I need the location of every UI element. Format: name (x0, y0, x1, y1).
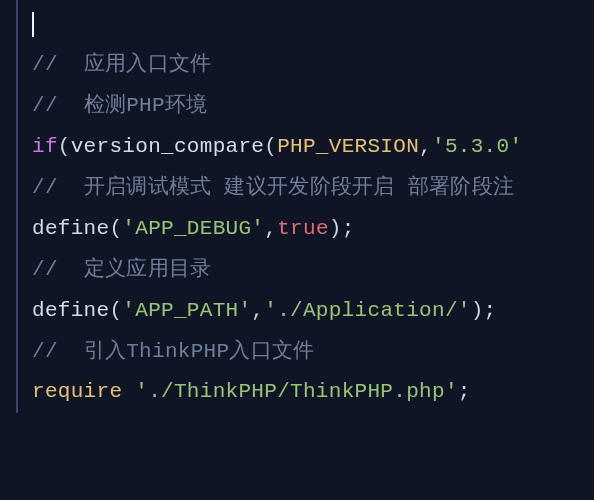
code-line-require: require './ThinkPHP/ThinkPHP.php'; (32, 372, 594, 413)
punct-token: , (251, 299, 264, 322)
code-line-comment: // 检测PHP环境 (32, 86, 594, 127)
string-token: 'APP_PATH' (122, 299, 251, 322)
keyword-token: if (32, 135, 58, 158)
code-line-comment: // 引入ThinkPHP入口文件 (32, 332, 594, 373)
comment-token: // 定义应用目录 (32, 258, 211, 281)
code-line-comment: // 定义应用目录 (32, 250, 594, 291)
keyword-token: require (32, 380, 122, 403)
string-token: './ThinkPHP/ThinkPHP.php' (135, 380, 458, 403)
string-token: 'APP_DEBUG' (122, 217, 264, 240)
function-token: version_compare (71, 135, 265, 158)
code-line-comment: // 开启调试模式 建议开发阶段开启 部署阶段注 (32, 168, 594, 209)
code-editor[interactable]: // 应用入口文件 // 检测PHP环境 if(version_compare(… (16, 0, 594, 413)
code-line-cursor (32, 4, 594, 45)
constant-token: PHP_VERSION (277, 135, 419, 158)
boolean-token: true (277, 217, 329, 240)
punct-token: ( (109, 217, 122, 240)
string-token: './Application/' (264, 299, 470, 322)
punct-token: , (264, 217, 277, 240)
punct-token: ( (264, 135, 277, 158)
function-token: define (32, 217, 109, 240)
string-token: '5.3.0' (432, 135, 522, 158)
text-cursor (32, 12, 34, 37)
comment-token: // 检测PHP环境 (32, 94, 208, 117)
code-line-if: if(version_compare(PHP_VERSION,'5.3.0' (32, 127, 594, 168)
punct-token: ); (471, 299, 497, 322)
code-line-define: define('APP_DEBUG',true); (32, 209, 594, 250)
comment-token: // 应用入口文件 (32, 53, 211, 76)
punct-token: ( (109, 299, 122, 322)
punct-token: ; (458, 380, 471, 403)
function-token: define (32, 299, 109, 322)
punct-token: , (419, 135, 432, 158)
code-line-define: define('APP_PATH','./Application/'); (32, 291, 594, 332)
punct-token: ); (329, 217, 355, 240)
code-line-comment: // 应用入口文件 (32, 45, 594, 86)
comment-token: // 开启调试模式 建议开发阶段开启 部署阶段注 (32, 176, 514, 199)
comment-token: // 引入ThinkPHP入口文件 (32, 340, 315, 363)
punct-token: ( (58, 135, 71, 158)
